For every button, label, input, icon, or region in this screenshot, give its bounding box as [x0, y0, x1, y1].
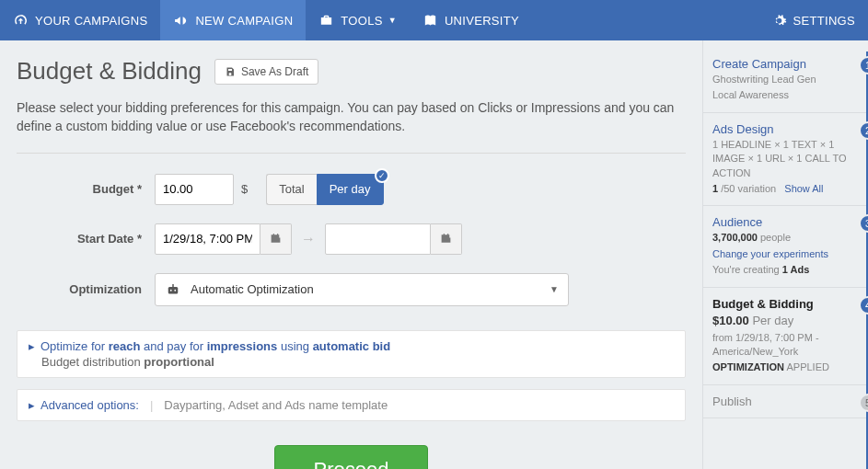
- optimize-info-panel[interactable]: ▸ Optimize for reach and pay for impress…: [17, 330, 686, 378]
- intro-text: Please select your bidding preferences f…: [17, 98, 686, 136]
- nav-your-campaigns[interactable]: YOUR CAMPAIGNS: [0, 0, 160, 40]
- svg-point-2: [174, 289, 176, 291]
- page-title: Budget & Bidding: [17, 57, 202, 86]
- top-nav: YOUR CAMPAIGNS NEW CAMPAIGN TOOLS ▼ UNIV…: [0, 0, 868, 40]
- caret-right-icon: ▸: [29, 398, 35, 412]
- svg-point-1: [170, 289, 172, 291]
- svg-rect-3: [172, 284, 174, 287]
- nav-settings[interactable]: SETTINGS: [758, 0, 868, 40]
- step-budget-bidding[interactable]: 4 Budget & Bidding $10.00 Per day from 1…: [703, 288, 868, 385]
- toggle-total[interactable]: Total: [266, 174, 316, 205]
- briefcase-icon: [318, 13, 334, 29]
- step-number: 1: [859, 56, 868, 74]
- main-content: Budget & Bidding Save As Draft Please se…: [0, 40, 702, 469]
- step-number: 3: [859, 214, 868, 233]
- currency-label: $: [241, 182, 248, 196]
- save-icon: [225, 66, 236, 77]
- check-icon: ✓: [375, 168, 389, 183]
- caret-right-icon: ▸: [29, 339, 35, 353]
- gear-icon: [771, 13, 787, 29]
- start-date-label: Start Date *: [17, 232, 155, 246]
- book-icon: [422, 13, 438, 29]
- optimization-dropdown[interactable]: Automatic Optimization ▼: [155, 273, 569, 306]
- start-date-picker[interactable]: [260, 223, 292, 255]
- step-create-campaign[interactable]: 1 Create Campaign Ghostwriting Lead Gen …: [703, 48, 868, 113]
- chevron-down-icon: ▼: [550, 284, 559, 294]
- dashboard-icon: [13, 13, 29, 29]
- megaphone-icon: [173, 13, 189, 29]
- svg-rect-0: [168, 287, 179, 294]
- step-number: 2: [859, 121, 868, 140]
- budget-label: Budget *: [17, 182, 155, 196]
- chevron-down-icon: ▼: [388, 16, 397, 25]
- save-as-draft-button[interactable]: Save As Draft: [214, 59, 318, 85]
- nav-new-campaign[interactable]: NEW CAMPAIGN: [160, 0, 306, 40]
- step-number: 4: [859, 296, 868, 315]
- nav-university[interactable]: UNIVERSITY: [410, 0, 532, 40]
- start-date-input[interactable]: [155, 223, 260, 255]
- calendar-icon: [440, 233, 452, 245]
- budget-input[interactable]: [155, 174, 234, 205]
- step-publish[interactable]: 5 Publish: [703, 385, 868, 418]
- end-date-input[interactable]: [325, 223, 431, 255]
- end-date-picker[interactable]: [431, 223, 462, 255]
- step-ads-design[interactable]: 2 Ads Design 1 HEADLINE × 1 TEXT × 1 IMA…: [703, 113, 868, 207]
- optimization-value: Automatic Optimization: [191, 282, 314, 296]
- proceed-button[interactable]: Proceed: [274, 445, 429, 469]
- optimization-label: Optimization: [17, 282, 155, 296]
- robot-icon: [165, 281, 181, 298]
- show-all-link[interactable]: Show All: [784, 183, 823, 194]
- nav-tools[interactable]: TOOLS ▼: [306, 0, 410, 40]
- step-number: 5: [859, 394, 868, 412]
- steps-sidebar: 1 Create Campaign Ghostwriting Lead Gen …: [702, 40, 868, 469]
- calendar-icon: [270, 233, 282, 245]
- change-experiments-link[interactable]: Change your experiments: [712, 248, 828, 259]
- step-audience[interactable]: 3 Audience 3,700,000 people Change your …: [703, 206, 868, 287]
- advanced-options-panel[interactable]: ▸ Advanced options: | Dayparting, Adset …: [17, 389, 686, 421]
- toggle-per-day[interactable]: Per day ✓: [317, 174, 384, 205]
- divider: [17, 153, 686, 154]
- arrow-right-icon: →: [301, 231, 316, 247]
